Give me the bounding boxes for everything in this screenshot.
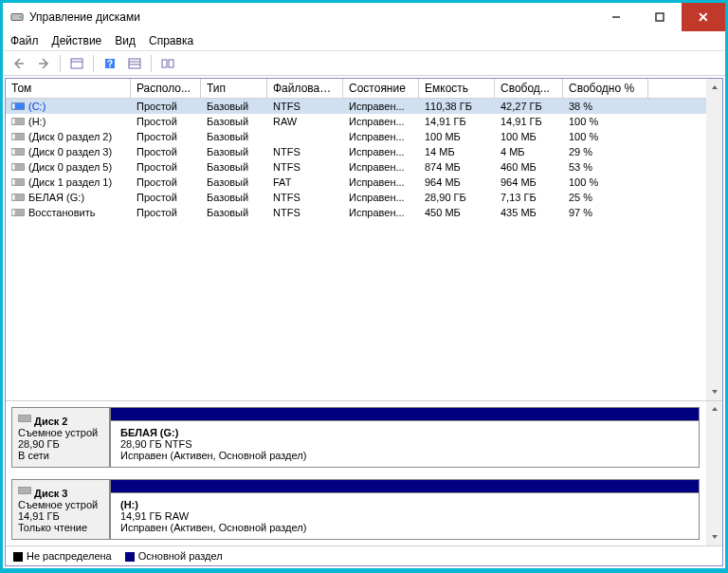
- cell: Исправен...: [343, 116, 419, 127]
- cell: Исправен...: [343, 131, 419, 142]
- toolbar-detail-button[interactable]: [157, 54, 178, 73]
- column-header[interactable]: Емкость: [419, 79, 495, 98]
- table-row[interactable]: (Диск 0 раздел 5)ПростойБазовыйNTFSИспра…: [6, 159, 722, 175]
- partition-box[interactable]: (H:)14,91 ГБ RAWИсправен (Активен, Основ…: [110, 492, 700, 540]
- cell: 450 МБ: [419, 207, 495, 218]
- cell: (H:): [6, 116, 131, 127]
- cell: 97 %: [563, 207, 648, 218]
- cell: 42,27 ГБ: [495, 101, 563, 112]
- svg-rect-30: [12, 210, 15, 214]
- back-button[interactable]: [9, 54, 29, 73]
- cell: (Диск 1 раздел 1): [6, 176, 131, 188]
- lower-scrollbar[interactable]: [706, 401, 722, 545]
- scroll-down-icon[interactable]: [706, 384, 722, 400]
- menu-help[interactable]: Справка: [149, 34, 193, 47]
- content: ТомРасполо...ТипФайловая с...СостояниеЕм…: [5, 78, 723, 566]
- cell: Исправен...: [343, 101, 419, 112]
- table-row[interactable]: (H:)ПростойБазовыйRAWИсправен...14,91 ГБ…: [6, 114, 722, 129]
- svg-rect-24: [12, 164, 15, 169]
- cell: Исправен...: [343, 161, 419, 173]
- column-header[interactable]: Том: [6, 79, 131, 98]
- cell: 460 МБ: [495, 161, 563, 173]
- minimize-button[interactable]: [594, 3, 638, 31]
- toolbar-list-button[interactable]: [124, 54, 145, 73]
- titlebar[interactable]: Управление дисками ✕: [3, 3, 725, 31]
- cell: NTFS: [267, 192, 343, 203]
- svg-rect-26: [12, 179, 15, 184]
- svg-rect-14: [169, 60, 173, 67]
- cell: 14 МБ: [419, 146, 495, 157]
- cell: (Диск 0 раздел 3): [6, 146, 131, 157]
- toolbar-view-button[interactable]: [66, 54, 87, 73]
- scroll-down-icon[interactable]: [706, 529, 722, 545]
- table-row[interactable]: (Диск 1 раздел 1)ПростойБазовыйFATИсправ…: [6, 175, 722, 190]
- disk-header[interactable]: Диск 2Съемное устрой28,90 ГБВ сети: [11, 407, 110, 468]
- cell: 29 %: [563, 146, 648, 157]
- partition-area[interactable]: (H:)14,91 ГБ RAWИсправен (Активен, Основ…: [110, 479, 700, 540]
- table-row[interactable]: (C:)ПростойБазовыйNTFSИсправен...110,38 …: [6, 99, 722, 114]
- cell: Исправен...: [343, 146, 419, 157]
- table-row[interactable]: ВосстановитьПростойБазовыйNTFSИсправен..…: [6, 205, 722, 220]
- menubar: Файл Действие Вид Справка: [3, 31, 725, 51]
- cell: 100 %: [563, 131, 648, 142]
- partition-bar: [110, 479, 700, 492]
- scroll-up-icon[interactable]: [706, 401, 722, 417]
- column-header[interactable]: Состояние: [343, 79, 419, 98]
- close-button[interactable]: ✕: [682, 3, 725, 31]
- forward-button[interactable]: [33, 54, 54, 73]
- disk-graphical-view: Диск 2Съемное устрой28,90 ГБВ сетиБЕЛАЯ …: [6, 400, 722, 545]
- cell: 100 МБ: [495, 131, 563, 142]
- cell: NTFS: [267, 161, 343, 173]
- help-button[interactable]: ?: [100, 54, 120, 73]
- column-header[interactable]: Располо...: [131, 79, 201, 98]
- disk-row: Диск 2Съемное устрой28,90 ГБВ сетиБЕЛАЯ …: [6, 401, 722, 473]
- table-row[interactable]: БЕЛАЯ (G:)ПростойБазовыйNTFSИсправен...2…: [6, 190, 722, 205]
- table-row[interactable]: (Диск 0 раздел 3)ПростойБазовыйNTFSИспра…: [6, 144, 722, 159]
- cell: 100 %: [563, 116, 648, 127]
- table-header: ТомРасполо...ТипФайловая с...СостояниеЕм…: [6, 79, 722, 99]
- menu-action[interactable]: Действие: [52, 34, 102, 47]
- toolbar: ?: [3, 51, 725, 76]
- svg-rect-13: [162, 60, 167, 67]
- cell: Базовый: [201, 146, 267, 157]
- svg-rect-18: [12, 119, 15, 123]
- column-header[interactable]: Свободно %: [563, 79, 648, 98]
- table-row[interactable]: (Диск 0 раздел 2)ПростойБазовыйИсправен.…: [6, 129, 722, 144]
- menu-file[interactable]: Файл: [10, 34, 39, 47]
- cell: Простой: [131, 131, 201, 142]
- cell: (Диск 0 раздел 2): [6, 131, 131, 142]
- disk-header[interactable]: Диск 3Съемное устрой14,91 ГБТолько чтени…: [11, 479, 110, 540]
- cell: 53 %: [563, 161, 648, 173]
- cell: Простой: [131, 207, 201, 218]
- maximize-button[interactable]: [638, 3, 682, 31]
- cell: 100 %: [563, 176, 648, 188]
- cell: 7,13 ГБ: [495, 192, 563, 203]
- svg-rect-32: [18, 487, 31, 493]
- cell: (Диск 0 раздел 5): [6, 161, 131, 173]
- svg-rect-10: [129, 59, 140, 68]
- svg-rect-31: [18, 415, 31, 421]
- legend: Не распределена Основной раздел: [6, 545, 722, 565]
- cell: Исправен...: [343, 176, 419, 188]
- cell: NTFS: [267, 101, 343, 112]
- cell: Исправен...: [343, 207, 419, 218]
- cell: Базовый: [201, 101, 267, 112]
- cell: Базовый: [201, 116, 267, 127]
- scroll-up-icon[interactable]: [706, 79, 722, 95]
- svg-rect-28: [12, 194, 15, 199]
- svg-rect-3: [656, 13, 664, 21]
- column-header[interactable]: Файловая с...: [267, 79, 343, 98]
- column-header[interactable]: Свобод...: [495, 79, 563, 98]
- cell: NTFS: [267, 207, 343, 218]
- upper-scrollbar[interactable]: [706, 79, 722, 400]
- cell: 28,90 ГБ: [419, 192, 495, 203]
- partition-box[interactable]: БЕЛАЯ (G:)28,90 ГБ NTFSИсправен (Активен…: [110, 420, 700, 468]
- column-header[interactable]: Тип: [201, 79, 267, 98]
- cell: (C:): [6, 101, 131, 112]
- cell: Простой: [131, 192, 201, 203]
- partition-area[interactable]: БЕЛАЯ (G:)28,90 ГБ NTFSИсправен (Активен…: [110, 407, 700, 468]
- cell: 100 МБ: [419, 131, 495, 142]
- svg-rect-6: [71, 59, 82, 68]
- cell: Простой: [131, 161, 201, 173]
- menu-view[interactable]: Вид: [115, 34, 136, 47]
